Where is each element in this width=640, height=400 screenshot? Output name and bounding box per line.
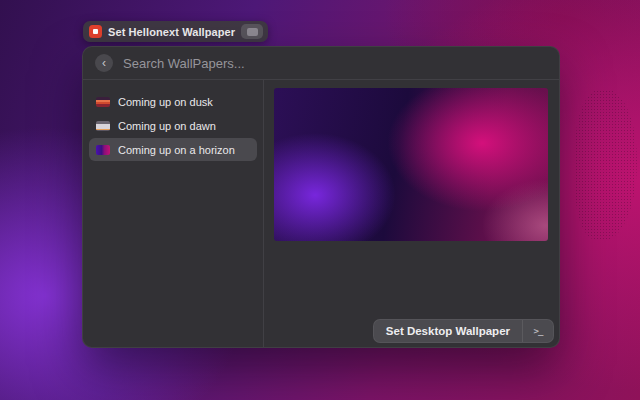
command-title: Set Hellonext Wallpaper [108, 26, 235, 38]
list-item-dawn[interactable]: Coming up on dawn [89, 114, 257, 137]
set-desktop-wallpaper-button[interactable]: Set Desktop Wallpaper >_ [373, 319, 554, 343]
list-item-label: Coming up on dawn [118, 120, 216, 132]
list-item-horizon[interactable]: Coming up on a horizon [89, 138, 257, 161]
set-desktop-wallpaper-label: Set Desktop Wallpaper [374, 325, 522, 337]
hellonext-app-icon [89, 25, 102, 38]
list-item-label: Coming up on a horizon [118, 144, 235, 156]
list-item-dusk[interactable]: Coming up on dusk [89, 90, 257, 113]
search-bar: ‹ [83, 47, 559, 80]
terminal-icon [241, 24, 263, 39]
wallpaper-thumbnail-dusk [96, 97, 110, 107]
wallpaper-picker-window: ‹ Coming up on dusk Coming up on dawn Co… [82, 46, 560, 348]
wallpaper-thumbnail-dawn [96, 121, 110, 131]
wallpaper-list: Coming up on dusk Coming up on dawn Comi… [83, 80, 264, 347]
launcher-command-pill[interactable]: Set Hellonext Wallpaper [83, 21, 268, 42]
list-item-label: Coming up on dusk [118, 96, 213, 108]
search-input[interactable] [123, 56, 547, 71]
window-content: Coming up on dusk Coming up on dawn Comi… [83, 80, 559, 347]
wallpaper-preview-image [274, 88, 548, 241]
terminal-shortcut-icon: >_ [523, 326, 553, 336]
preview-panel: Set Desktop Wallpaper >_ [264, 80, 559, 347]
wallpaper-thumbnail-horizon [96, 145, 110, 155]
back-button[interactable]: ‹ [95, 54, 113, 72]
